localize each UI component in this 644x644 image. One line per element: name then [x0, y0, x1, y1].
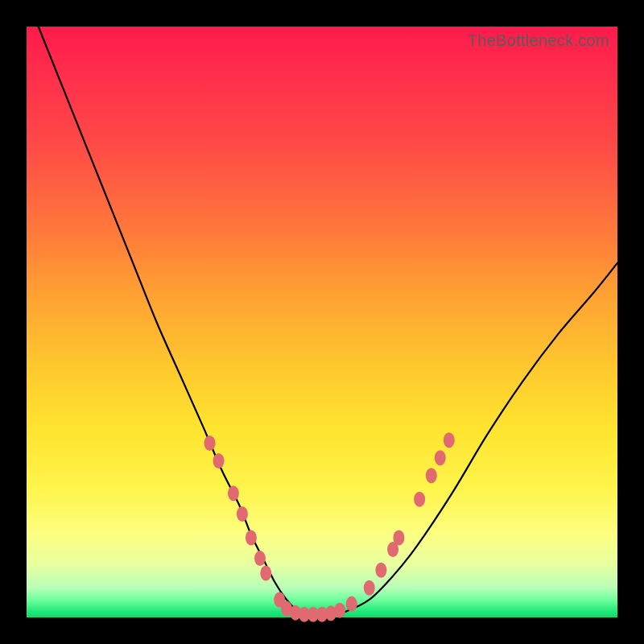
highlight-dot — [334, 603, 345, 618]
highlight-dot — [393, 530, 404, 545]
highlight-dot — [435, 450, 446, 465]
chart-frame: TheBottleneck.com — [0, 0, 644, 644]
highlight-dot — [260, 565, 271, 580]
highlight-dot — [254, 551, 266, 566]
highlight-dot — [375, 563, 386, 578]
bottleneck-chart-svg — [27, 27, 617, 617]
highlight-dot — [237, 506, 248, 522]
highlight-dot — [246, 530, 257, 545]
highlight-dot — [346, 597, 357, 612]
highlight-markers-group — [204, 432, 455, 622]
highlight-dot — [414, 492, 425, 507]
bottleneck-curve-path — [39, 27, 617, 618]
highlight-dot — [204, 436, 216, 451]
highlight-dot — [213, 453, 225, 469]
highlight-dot — [444, 432, 455, 448]
highlight-dot — [426, 468, 437, 483]
plot-area: TheBottleneck.com — [27, 27, 617, 617]
highlight-dot — [228, 485, 239, 501]
highlight-dot — [364, 580, 375, 596]
